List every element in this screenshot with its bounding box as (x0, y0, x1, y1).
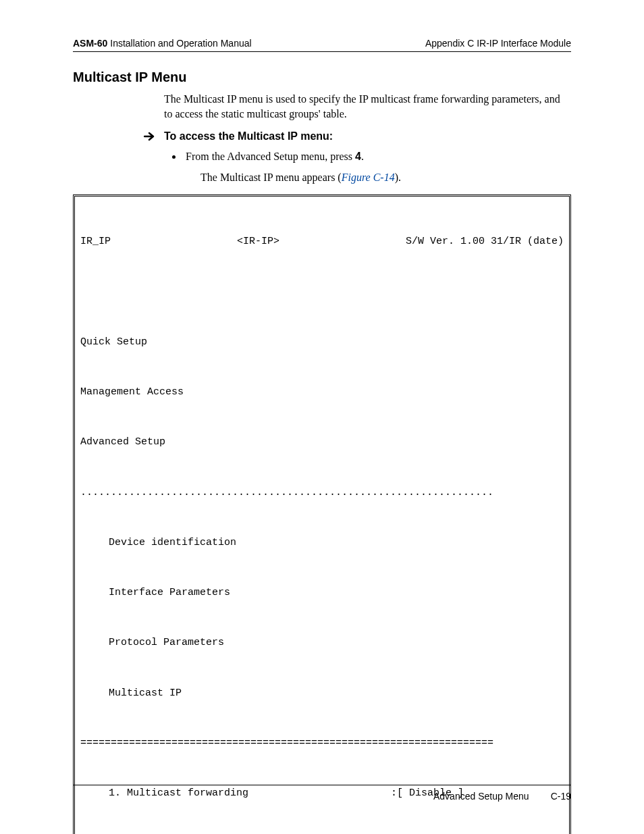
result-post: ). (395, 172, 401, 183)
section-body: The Multicast IP menu is used to specify… (164, 92, 571, 185)
terminal-subline: Device identification (80, 535, 564, 552)
header-right: Appendix C IR-IP Interface Module (425, 38, 571, 49)
footer-section: Advanced Setup Menu (433, 791, 529, 802)
terminal-divider-dots: ........................................… (80, 485, 564, 502)
figure-link[interactable]: Figure C-14 (342, 172, 395, 183)
list-item: From the Advanced Setup menu, press 4. (183, 149, 571, 164)
doc-title: Installation and Operation Manual (107, 38, 251, 49)
step-text: From the Advanced Setup menu, press (186, 151, 355, 162)
terminal-line: Management Access (80, 384, 564, 401)
terminal-line: Quick Setup (80, 334, 564, 351)
terminal-menu-box: IR_IP <IR-IP> S/W Ver. 1.00 31/IR (date)… (73, 194, 571, 834)
terminal-device: <IR-IP> (237, 234, 279, 251)
header-left: ASM-60 Installation and Operation Manual (73, 38, 252, 49)
terminal-subline: Interface Parameters (80, 585, 564, 602)
intro-paragraph: The Multicast IP menu is used to specify… (164, 92, 571, 121)
arrow-icon (144, 130, 157, 145)
step-key: 4 (355, 151, 361, 162)
terminal-header-row: IR_IP <IR-IP> S/W Ver. 1.00 31/IR (date) (80, 234, 564, 251)
product-name: ASM-60 (73, 38, 107, 49)
procedure-heading: To access the Multicast IP menu: (164, 129, 333, 144)
procedure-heading-row: To access the Multicast IP menu: (144, 129, 571, 145)
terminal-version: S/W Ver. 1.00 31/IR (date) (406, 234, 564, 251)
page: ASM-60 Installation and Operation Manual… (0, 0, 644, 834)
footer-page-number: C-19 (551, 791, 571, 802)
result-paragraph: The Multicast IP menu appears (Figure C-… (200, 170, 571, 185)
terminal-subline: Protocol Parameters (80, 635, 564, 652)
terminal-id: IR_IP (80, 234, 111, 251)
terminal-divider-equals: ========================================… (80, 735, 564, 752)
terminal-subline: Multicast IP (80, 685, 564, 702)
result-pre: The Multicast IP menu appears ( (200, 172, 342, 183)
terminal-line: Advanced Setup (80, 434, 564, 451)
running-footer: Advanced Setup Menu C-19 (73, 785, 571, 802)
procedure-steps: From the Advanced Setup menu, press 4. (164, 149, 571, 164)
step-text-post: . (361, 151, 364, 162)
running-header: ASM-60 Installation and Operation Manual… (73, 38, 571, 52)
section-title: Multicast IP Menu (73, 70, 571, 85)
